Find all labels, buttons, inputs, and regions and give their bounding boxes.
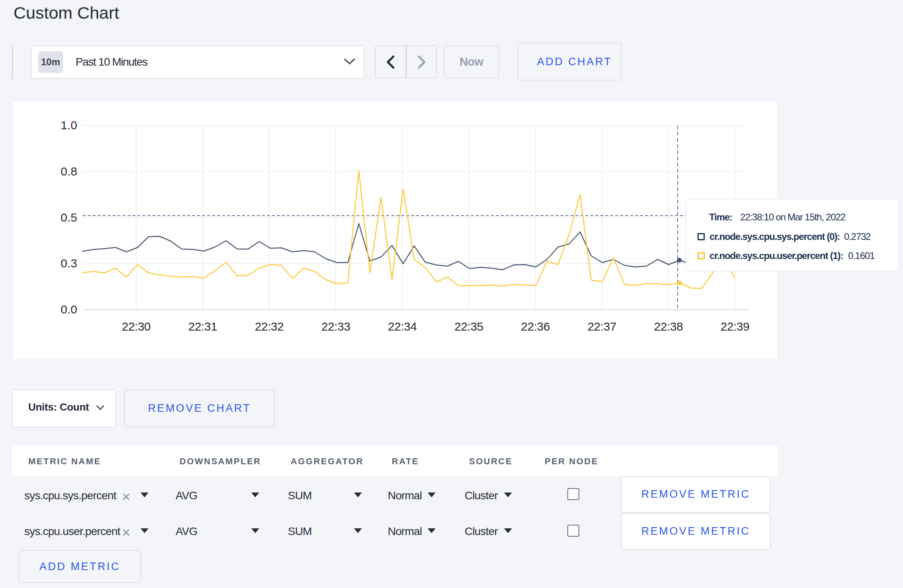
svg-text:22:39: 22:39 (721, 320, 750, 333)
svg-text:22:32: 22:32 (255, 320, 284, 333)
svg-text:1.0: 1.0 (61, 119, 77, 132)
svg-text:22:30: 22:30 (122, 320, 151, 333)
svg-text:22:31: 22:31 (188, 320, 217, 333)
svg-text:0.5: 0.5 (61, 211, 77, 224)
svg-text:22:33: 22:33 (321, 320, 350, 333)
svg-text:22:38: 22:38 (654, 320, 683, 333)
svg-text:22:36: 22:36 (521, 320, 550, 333)
svg-text:22:35: 22:35 (454, 320, 483, 333)
svg-text:0.3: 0.3 (61, 257, 77, 270)
svg-text:22:37: 22:37 (587, 320, 616, 333)
svg-text:0.8: 0.8 (61, 165, 77, 178)
svg-text:22:34: 22:34 (388, 320, 417, 333)
svg-text:0.0: 0.0 (61, 303, 77, 316)
